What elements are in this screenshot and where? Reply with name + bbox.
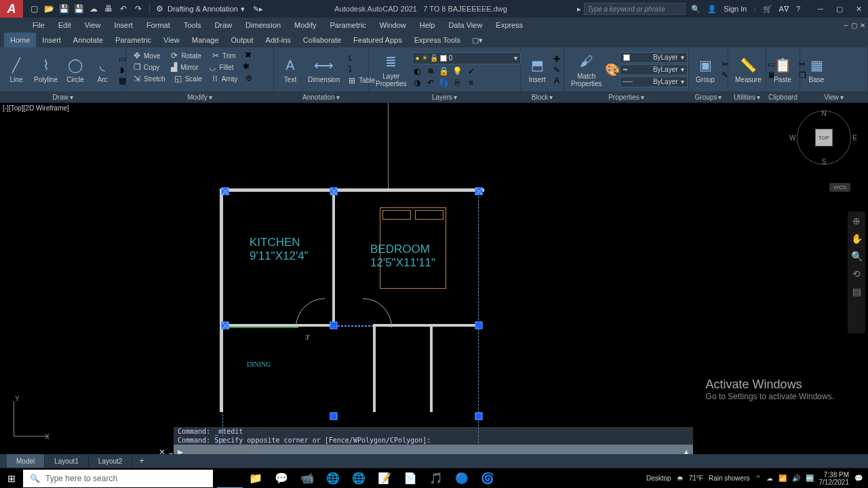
match-props-button[interactable]: 🖌Match Properties [568, 52, 605, 87]
fullnav-icon[interactable]: ⊕ [852, 216, 861, 226]
new-icon[interactable]: ▢ [28, 3, 39, 14]
share-icon[interactable]: ✎▸ [253, 5, 263, 14]
layer-iso-icon[interactable]: ◐ [412, 66, 422, 76]
tray-desktop-label[interactable]: Desktop [646, 474, 671, 482]
text-button[interactable]: AText [278, 56, 302, 83]
ribbon-more-icon[interactable]: ▢▾ [472, 36, 483, 45]
panel-layers-title[interactable]: Layers ▾ [369, 92, 520, 102]
maximize-button[interactable]: ▢ [830, 2, 849, 16]
create-block-icon[interactable]: ✚ [552, 54, 561, 64]
tab-featured[interactable]: Featured Apps [347, 33, 408, 47]
search-icon[interactable]: 🔍 [691, 5, 701, 14]
tab-collaborate[interactable]: Collaborate [297, 33, 347, 47]
doc-max-button[interactable]: ▢ [851, 22, 857, 29]
panel-block-title[interactable]: Block ▾ [521, 92, 564, 102]
viewport-label[interactable]: [-][Top][2D Wireframe] [3, 104, 69, 112]
copy-button[interactable]: ❐Copy [130, 62, 161, 73]
menu-window[interactable]: Window [373, 18, 413, 33]
app-word[interactable]: 📄 [397, 468, 423, 489]
grip[interactable] [475, 413, 483, 420]
weather-icon[interactable]: 🌧 [677, 474, 684, 482]
layout-tab-2[interactable]: Layout2 [89, 454, 133, 468]
minimize-button[interactable]: ─ [811, 2, 830, 16]
tab-express[interactable]: Express Tools [408, 33, 467, 47]
layer-freeze-icon[interactable]: ❄ [426, 66, 435, 76]
tab-insert[interactable]: Insert [36, 33, 67, 47]
layer-prev-icon[interactable]: ↶ [426, 78, 435, 87]
pan-icon[interactable]: ✋ [851, 233, 863, 244]
app-chrome1[interactable]: 🌐 [320, 468, 346, 489]
erase-icon[interactable]: ✖ [243, 50, 253, 60]
layer-more-icon[interactable]: ≡ [467, 78, 476, 87]
offset-icon[interactable]: ⊜ [244, 73, 254, 83]
trim-button[interactable]: ✂Trim [209, 50, 238, 61]
menu-help[interactable]: Help [413, 18, 442, 33]
arc-button[interactable]: ◟Arc [90, 56, 115, 83]
polyline-button[interactable]: ⌇Polyline [31, 56, 60, 83]
search-input[interactable]: Type a keyword or phrase [584, 3, 686, 15]
app-misc1[interactable]: 🎵 [423, 468, 449, 489]
grip[interactable] [475, 322, 483, 329]
panel-annotation-title[interactable]: Annotation ▾ [274, 92, 368, 102]
ellipse-icon[interactable]: ◗ [117, 65, 127, 75]
layer-state-icon[interactable]: ⎘ [453, 78, 462, 87]
tray-network-icon[interactable]: 📶 [778, 474, 787, 482]
orbit-icon[interactable]: ⟲ [852, 268, 861, 279]
grip[interactable] [222, 188, 229, 195]
doc-min-button[interactable]: ─ [844, 22, 848, 29]
wcs-badge[interactable]: WCS [829, 183, 850, 192]
app-notes[interactable]: 📝 [372, 468, 397, 489]
color-wheel-icon[interactable]: 🎨 [608, 65, 617, 75]
menu-dimension[interactable]: Dimension [239, 18, 288, 33]
tab-manage[interactable]: Manage [186, 33, 225, 47]
layer-properties-button[interactable]: ≣Layer Properties [373, 52, 410, 87]
tab-view[interactable]: View [157, 33, 186, 47]
tab-parametric[interactable]: Parametric [109, 33, 157, 47]
measure-button[interactable]: 📏Measure [732, 56, 764, 83]
redo-icon[interactable]: ↷ [133, 3, 144, 14]
start-button[interactable]: ⊞ [0, 468, 23, 489]
panel-utilities-title[interactable]: Utilities ▾ [728, 92, 766, 102]
rect-icon[interactable]: ▭ [117, 54, 127, 64]
menu-modify[interactable]: Modify [288, 18, 323, 33]
hatch-icon[interactable]: ▦ [117, 76, 127, 85]
tray-onedrive-icon[interactable]: ☁ [766, 474, 773, 482]
menu-dataview[interactable]: Data View [441, 18, 489, 33]
base-button[interactable]: ▦Base [804, 56, 829, 83]
tab-output[interactable]: Output [225, 33, 260, 47]
showmotion-icon[interactable]: ▤ [852, 286, 861, 297]
zoom-icon[interactable]: 🔍 [851, 251, 863, 262]
workspace-selector[interactable]: ⚙ Drafting & Annotation ▾ ✎▸ [149, 3, 267, 14]
menu-tools[interactable]: Tools [177, 18, 208, 33]
menu-format[interactable]: Format [140, 18, 177, 33]
linetype-combo[interactable]: ──ByLayer▾ [620, 77, 688, 87]
grip[interactable] [330, 322, 338, 329]
menu-view[interactable]: View [78, 18, 108, 33]
doc-close-button[interactable]: ✕ [860, 22, 865, 29]
app-zoom[interactable]: 📹 [294, 468, 320, 489]
lineweight-combo[interactable]: ━ByLayer▾ [620, 64, 688, 75]
close-button[interactable]: ✕ [849, 2, 868, 16]
grip[interactable] [330, 413, 338, 420]
layout-tab-add[interactable]: + [132, 456, 151, 466]
leader-icon[interactable]: ⤹ [345, 54, 355, 63]
tray-clock[interactable]: 7:38 PM 7/12/2021 [819, 471, 850, 486]
panel-properties-title[interactable]: Properties ▾ [564, 92, 688, 102]
a360-icon[interactable]: Aᐁ [779, 5, 789, 14]
tab-annotate[interactable]: Annotate [67, 33, 109, 47]
fillet-button[interactable]: ◡Fillet [205, 62, 235, 73]
taskbar-search[interactable]: 🔍 Type here to search [23, 470, 213, 487]
grip[interactable] [330, 188, 338, 195]
panel-groups-title[interactable]: Groups ▾ [689, 92, 728, 102]
save-icon[interactable]: 💾 [58, 3, 69, 14]
app-autocad[interactable]: 🅰 [217, 468, 243, 489]
signin-label[interactable]: Sign In [724, 5, 747, 13]
circle-button[interactable]: ◯Circle [63, 56, 87, 83]
layer-walk-icon[interactable]: 👣 [439, 78, 449, 87]
viewcube-s[interactable]: S [822, 158, 827, 165]
tray-chevron-icon[interactable]: ⌃ [755, 474, 761, 482]
viewcube-w[interactable]: W [789, 134, 795, 142]
layout-tab-model[interactable]: Model [7, 454, 45, 468]
dimension-button[interactable]: ⟷Dimension [305, 56, 342, 83]
drawing-canvas[interactable]: [-][Top][2D Wireframe] N S E W TOP WCS ⊕… [0, 103, 868, 447]
